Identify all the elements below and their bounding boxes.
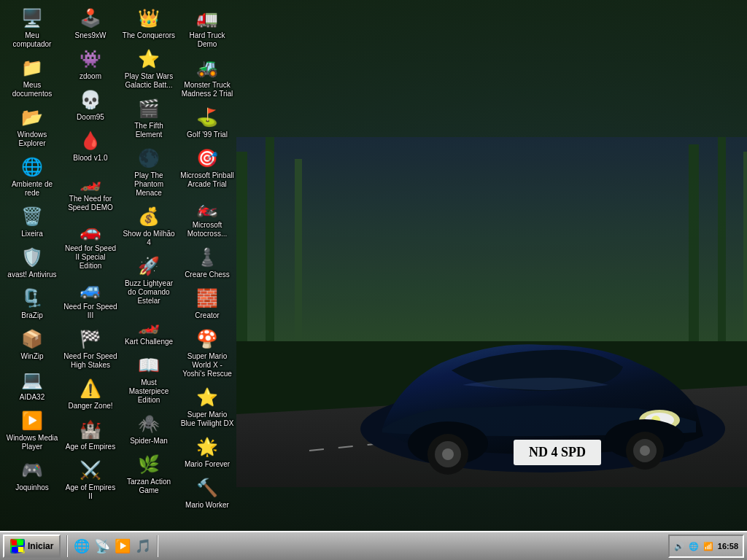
nfs-hs-label: Need For Speed High Stakes: [63, 352, 117, 370]
aida32-icon: 💻: [20, 368, 44, 392]
icon-conquerors[interactable]: 👑 The Conquerors: [120, 3, 178, 44]
icon-ambiente-rede[interactable]: 🌐 Ambiente de rede: [3, 152, 61, 201]
start-button[interactable]: Iniciar: [3, 534, 61, 558]
icon-need-speed-iii[interactable]: 🚙 Need For Speed III: [61, 274, 120, 324]
motocross-label: Microsoft Motocross...: [180, 221, 234, 238]
icon-buzz-lightyear[interactable]: 🚀 Buzz Lightyear do Comando Estelar: [120, 251, 178, 309]
svg-rect-5: [689, 144, 699, 341]
aoe2-icon: ⚔️: [79, 459, 102, 482]
icon-brazip[interactable]: 🗜️ BraZip: [3, 283, 61, 324]
mario-worker-icon: 🔨: [196, 476, 219, 499]
conquerors-icon: 👑: [137, 7, 160, 30]
svg-rect-24: [12, 547, 17, 552]
snes9xw-icon: 🕹️: [79, 7, 102, 30]
spider-man-icon: 🕷️: [137, 412, 160, 435]
icon-need-speed-demo[interactable]: 🏎️ The Need for Speed DEMO: [61, 166, 120, 216]
icon-windows-explorer[interactable]: 📂 Windows Explorer: [3, 102, 61, 152]
icon-mario-forever[interactable]: 🌟 Mario Forever: [178, 432, 236, 472]
icon-pinball[interactable]: 🎯 Microsoft Pinball Arcade Trial: [178, 143, 236, 192]
icon-super-mario-world[interactable]: 🍄 Super Mario World X - Yoshi's Rescue: [178, 324, 236, 382]
icon-show-milhao[interactable]: 💰 Show do Milhão 4: [120, 201, 178, 251]
super-mario-world-icon: 🍄: [196, 327, 219, 351]
icon-golf-99[interactable]: ⛳ Golf '99 Trial: [178, 102, 236, 143]
icon-mario-worker[interactable]: 🔨 Mario Worker: [178, 472, 236, 513]
icon-must-masterpiece[interactable]: 📖 Must Masterpiece Edition: [120, 350, 178, 408]
svg-point-19: [640, 446, 650, 456]
icon-spider-man[interactable]: 🕷️ Spider-Man: [120, 408, 178, 449]
wmp-icon: ▶️: [20, 409, 44, 432]
creator-label: Creator: [195, 311, 219, 320]
system-tray-icon-3: 📶: [703, 542, 713, 551]
joquinhos-label: Joquinhos: [15, 483, 49, 492]
doom95-label: Doom95: [77, 113, 104, 122]
icon-tarzan[interactable]: 🌿 Tarzan Action Game: [120, 449, 178, 499]
monster-truck-icon: 🚜: [196, 56, 219, 79]
svg-rect-25: [18, 547, 23, 552]
taskbar: Iniciar 🌐 📡 ▶️ 🎵 🔊 🌐 📶 16:58: [0, 531, 747, 560]
svg-text:ND 4 SPD: ND 4 SPD: [529, 445, 586, 459]
phantom-menace-label: Play The Phantom Menace: [122, 171, 176, 198]
icon-blood[interactable]: 🩸 Blood v1.0: [61, 125, 120, 166]
icon-zdoom[interactable]: 👾 zdoom: [61, 44, 120, 85]
meu-computador-icon: 🖥️: [20, 7, 44, 30]
taskbar-divider-2: [157, 535, 158, 557]
windows-explorer-icon: 📂: [20, 106, 44, 129]
icon-aoe2[interactable]: ⚔️ Age of Empires II: [61, 455, 120, 505]
meu-computador-label: Meu computador: [5, 31, 59, 49]
fifth-element-icon: 🎬: [137, 97, 160, 120]
icon-fifth-element[interactable]: 🎬 The Fifth Element: [120, 93, 178, 143]
spider-man-label: Spider-Man: [130, 437, 168, 446]
taskbar-music-icon[interactable]: 🎵: [135, 538, 151, 554]
icon-phantom-menace[interactable]: 🌑 Play The Phantom Menace: [120, 143, 178, 201]
taskbar-right-area: 🔊 🌐 📶 16:58: [668, 534, 747, 558]
icon-meus-documentos[interactable]: 📁 Meus documentos: [3, 52, 61, 102]
icon-windows-media-player[interactable]: ▶️ Windows Media Player: [3, 405, 61, 455]
need-speed-ii-icon: 🚗: [79, 219, 102, 243]
conquerors-label: The Conquerors: [123, 31, 175, 40]
icon-snes9xw[interactable]: 🕹️ Snes9xW: [61, 3, 120, 44]
avast-icon: 🛡️: [20, 246, 44, 269]
pinball-label: Microsoft Pinball Arcade Trial: [180, 171, 234, 189]
super-mario-blue-label: Super Mario Blue Twilight DX: [180, 411, 234, 428]
star-wars-icon: ⭐: [137, 47, 160, 71]
icon-lixeira[interactable]: 🗑️ Lixeira: [3, 201, 61, 242]
icon-aida32[interactable]: 💻 AIDA32: [3, 365, 61, 405]
icon-danger-zone[interactable]: ⚠️ Danger Zone!: [61, 373, 120, 414]
meus-documentos-icon: 📁: [20, 56, 44, 79]
icon-star-wars[interactable]: ⭐ Play Star Wars Galactic Batt...: [120, 44, 178, 93]
tarzan-label: Tarzan Action Game: [122, 478, 176, 495]
icon-motocross[interactable]: 🏍️ Microsoft Motocross...: [178, 192, 236, 242]
star-wars-label: Play Star Wars Galactic Batt...: [122, 72, 176, 90]
zdoom-icon: 👾: [79, 47, 102, 71]
taskbar-ie-icon[interactable]: 🌐: [74, 538, 90, 554]
icon-chess[interactable]: ♟️ Creare Chess: [178, 242, 236, 283]
need-speed-iii-icon: 🚙: [79, 278, 102, 301]
icon-winzip[interactable]: 📦 WinZip: [3, 324, 61, 365]
clock: 16:58: [718, 542, 738, 551]
hard-truck-label: Hard Truck Demo: [180, 31, 234, 49]
icon-need-speed-ii[interactable]: 🚗 Need for Speed II Special Edition: [61, 216, 120, 274]
icon-avast[interactable]: 🛡️ avast! Antivirus: [3, 242, 61, 283]
tarzan-icon: 🌿: [137, 453, 160, 476]
avast-label: avast! Antivirus: [7, 271, 56, 279]
taskbar-browser-icon[interactable]: 📡: [94, 538, 110, 554]
icon-monster-truck[interactable]: 🚜 Monster Truck Madness 2 Trial: [178, 52, 236, 102]
nfs-hs-icon: 🏁: [79, 327, 102, 351]
windows-logo-icon: [10, 539, 25, 553]
kart-challenge-label: Kart Challenge: [125, 338, 173, 346]
need-speed-ii-label: Need for Speed II Special Edition: [63, 244, 117, 271]
super-mario-world-label: Super Mario World X - Yoshi's Rescue: [180, 352, 234, 378]
icon-joquinhos[interactable]: 🎮 Joquinhos: [3, 455, 61, 496]
icon-nfs-hs[interactable]: 🏁 Need For Speed High Stakes: [61, 324, 120, 373]
ambiente-rede-icon: 🌐: [20, 155, 44, 179]
taskbar-media-icon[interactable]: ▶️: [115, 538, 131, 554]
icon-hard-truck[interactable]: 🚛 Hard Truck Demo: [178, 3, 236, 52]
icon-doom95[interactable]: 💀 Doom95: [61, 85, 120, 125]
icon-aoe[interactable]: 🏰 Age of Empires: [61, 414, 120, 455]
aoe-icon: 🏰: [79, 418, 102, 441]
icon-creator[interactable]: 🧱 Creator: [178, 283, 236, 324]
icon-kart-challenge[interactable]: 🏎️ Kart Challenge: [120, 309, 178, 350]
icon-super-mario-blue[interactable]: ⭐ Super Mario Blue Twilight DX: [178, 382, 236, 432]
icon-meu-computador[interactable]: 🖥️ Meu computador: [3, 3, 61, 52]
show-milhao-icon: 💰: [137, 205, 160, 228]
